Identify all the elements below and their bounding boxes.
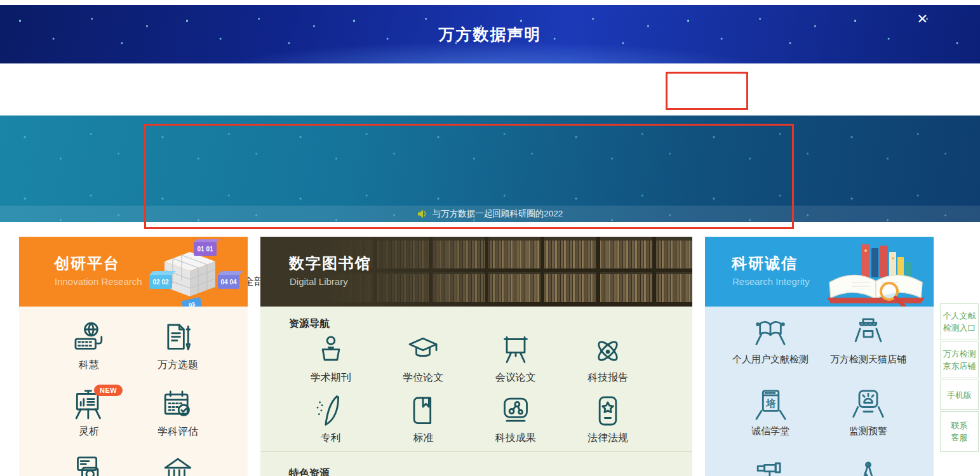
side-widget-label: 手机版 — [947, 389, 972, 401]
classroom-icon: 培 — [753, 387, 788, 423]
service-item[interactable]: 培 诚信学堂 — [722, 387, 819, 459]
service-item-label: 监测预警 — [849, 425, 887, 437]
site-header: 万方数据 WANFANG DATA 知识服务平台 V2.0 学习中心 应用 会员… — [0, 63, 980, 116]
service-item[interactable] — [133, 454, 222, 476]
side-widget[interactable]: 个人文献 检测入口 — [940, 303, 979, 340]
service-item-label: 万方选题 — [158, 359, 198, 372]
service-item[interactable]: 学术期刊 — [285, 333, 377, 393]
service-item[interactable]: 学科评估 — [133, 387, 222, 454]
tmall-shop-icon — [850, 315, 886, 351]
notice-title: 万方数据声明 — [0, 24, 980, 45]
service-item-label: 学位论文 — [403, 371, 443, 385]
service-item-label: 法律法规 — [587, 432, 628, 445]
close-icon[interactable]: ✕ — [916, 11, 928, 27]
divider — [260, 451, 692, 452]
notice-banner: 万方数据声明 ✕ — [0, 5, 980, 63]
svg-text:04 04: 04 04 — [220, 279, 236, 286]
card-innovation-header[interactable]: 创研平台 Innovation Research 01 01 02 02 — [19, 237, 248, 307]
section-title-resources: 资源导航 — [289, 317, 330, 331]
card-title: 创研平台 — [54, 253, 120, 274]
card-subtitle: Research Integrity — [732, 276, 810, 287]
bank-icon — [160, 454, 196, 476]
service-item[interactable]: 监测预警 — [819, 387, 917, 459]
service-item-label: 学术期刊 — [311, 371, 351, 385]
service-item-label: 万方检测天猫店铺 — [830, 354, 906, 366]
service-item-label: 科技报告 — [587, 371, 628, 385]
service-item-label: 专利 — [321, 432, 341, 445]
card-subtitle: Innovation Research — [55, 276, 142, 287]
personal-check-icon — [753, 315, 788, 351]
speaker-icon — [417, 209, 427, 218]
card-library-header[interactable]: 数字图书馆 Digital Library — [260, 237, 692, 307]
side-widget[interactable]: 手机版 — [940, 380, 979, 410]
search-hero: 万方智搜 全部 检索 高级检索 — [0, 116, 980, 222]
service-item[interactable] — [722, 459, 819, 476]
kehui-icon — [71, 321, 107, 356]
topic-icon — [160, 321, 196, 356]
service-item[interactable]: 科技成果 — [469, 393, 562, 454]
wanfang-homepage: 万方数据声明 ✕ 万方数据 WANFANG DATA 知识服务平台 V2.0 学… — [0, 0, 980, 476]
service-item[interactable]: 会议论文 — [469, 333, 562, 393]
service-item[interactable]: NEW 灵析 — [44, 387, 133, 454]
service-item-label: 会议论文 — [495, 371, 536, 385]
service-item[interactable]: 万方选题 — [133, 321, 222, 387]
standard-icon — [405, 393, 441, 429]
announcement-text: 与万方数据一起回顾科研圈的2022 — [433, 208, 563, 220]
service-item-label: 诚信学堂 — [751, 425, 789, 437]
service-item[interactable] — [819, 459, 917, 476]
journal-icon — [313, 333, 349, 369]
compass-icon — [850, 459, 886, 476]
service-item-label: 个人用户文献检测 — [732, 354, 809, 366]
achievement-icon — [498, 393, 534, 429]
evaluate-icon — [160, 387, 196, 423]
svg-text:02 02: 02 02 — [152, 279, 168, 286]
card-title: 科研诚信 — [732, 253, 798, 274]
card-integrity-body: 个人用户文献检测 万方检测天猫店铺 培 诚信学堂 监测预警 — [705, 307, 934, 476]
service-item-label: 标准 — [413, 432, 433, 445]
side-widget[interactable]: 联系 客服 — [940, 411, 979, 452]
open-book-illustration — [819, 241, 932, 307]
service-item[interactable]: 标准 — [377, 393, 470, 454]
service-item-label: 科技成果 — [495, 432, 536, 445]
svg-text:01 01: 01 01 — [197, 246, 213, 253]
service-item[interactable]: 学位论文 — [377, 333, 470, 393]
telescope-icon — [753, 459, 788, 476]
side-widget[interactable]: 万方检测 京东店铺 — [940, 341, 979, 378]
announcement-bar[interactable]: 与万方数据一起回顾科研圈的2022 — [0, 206, 980, 222]
service-item[interactable]: 个人用户文献检测 — [722, 315, 819, 387]
new-badge: NEW — [94, 385, 123, 396]
side-widget-label: 个人文献 检测入口 — [943, 310, 976, 334]
law-icon — [590, 393, 626, 429]
card-digital-library: 数字图书馆 Digital Library 资源导航 学术期刊 学位论文 会议论… — [260, 237, 692, 476]
cube-illustration: 01 01 02 02 04 04 03 — [138, 239, 243, 307]
side-widget-label: 联系 客服 — [951, 420, 968, 444]
alert-icon — [850, 387, 886, 423]
service-item-label: 灵析 — [79, 425, 99, 439]
side-widget-label: 万方检测 京东店铺 — [943, 348, 976, 372]
service-item-label: 科慧 — [79, 359, 99, 372]
card-title: 数字图书馆 — [289, 253, 372, 274]
patent-icon — [313, 393, 349, 429]
report-icon — [590, 333, 626, 369]
card-innovation-body: 科慧 万方选题 NEW 灵析 学科评估 — [19, 307, 248, 476]
card-library-body: 资源导航 学术期刊 学位论文 会议论文 科技报告 专利 标准 科技成果 法律法规… — [260, 307, 692, 476]
service-item[interactable]: 科技报告 — [562, 333, 655, 393]
conference-icon — [498, 333, 534, 369]
card-icon — [71, 454, 107, 476]
service-item[interactable]: 专利 — [285, 393, 377, 454]
service-item[interactable]: 万方检测天猫店铺 — [819, 315, 917, 387]
svg-text:培: 培 — [765, 399, 776, 409]
side-widget-panel: 个人文献 检测入口 万方检测 京东店铺 手机版 联系 客服 — [940, 303, 979, 452]
service-item[interactable]: 法律法规 — [562, 393, 655, 454]
card-subtitle: Digital Library — [290, 276, 348, 287]
service-item[interactable]: 科慧 — [44, 321, 133, 387]
section-title-special: 特色资源 — [289, 467, 330, 476]
card-research-integrity: 科研诚信 Research Integrity — [705, 237, 934, 476]
service-item-label: 学科评估 — [158, 425, 198, 439]
degree-icon — [405, 333, 441, 369]
card-integrity-header[interactable]: 科研诚信 Research Integrity — [705, 237, 934, 307]
service-item[interactable] — [44, 454, 133, 476]
card-innovation-platform: 创研平台 Innovation Research 01 01 02 02 — [19, 237, 248, 476]
